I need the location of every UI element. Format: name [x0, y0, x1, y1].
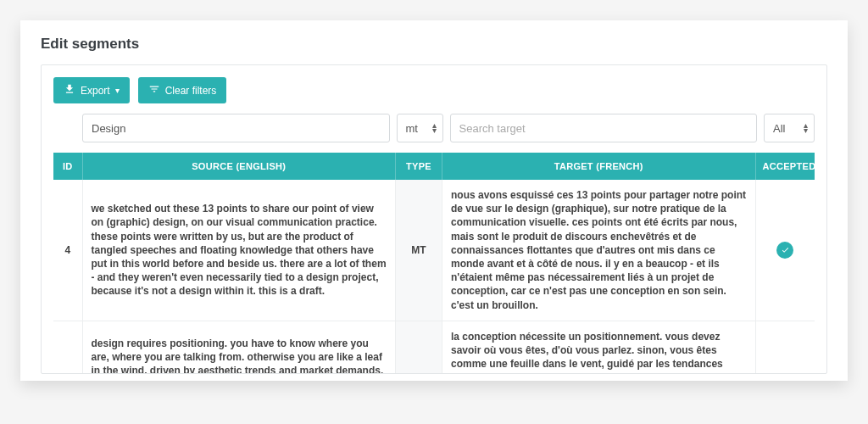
segments-table: ID SOURCE (ENGLISH) TYPE TARGET (FRENCH)… — [53, 153, 815, 373]
filter-row: mt ▴▾ All ▴▾ — [53, 114, 815, 142]
clear-filters-label: Clear filters — [165, 85, 217, 97]
col-header-id[interactable]: ID — [53, 153, 82, 180]
cell-accepted — [755, 321, 815, 373]
export-icon — [64, 83, 75, 98]
clear-filters-button[interactable]: Clear filters — [138, 77, 227, 103]
accepted-filter-select[interactable]: All — [764, 114, 815, 142]
accepted-filter-wrap: All ▴▾ — [764, 114, 815, 142]
cell-id: 5 — [53, 321, 82, 373]
export-button-label: Export — [81, 85, 110, 97]
col-header-type[interactable]: TYPE — [396, 153, 442, 180]
cell-accepted — [755, 180, 815, 321]
cell-source[interactable]: design requires positioning. you have to… — [82, 321, 396, 373]
type-filter-select[interactable]: mt — [397, 114, 443, 142]
col-header-target[interactable]: TARGET (FRENCH) — [442, 153, 756, 180]
table-row[interactable]: 5design requires positioning. you have t… — [53, 321, 815, 373]
table-scroll[interactable]: ID SOURCE (ENGLISH) TYPE TARGET (FRENCH)… — [53, 153, 820, 373]
cell-target[interactable]: la conception nécessite un positionnemen… — [442, 321, 756, 373]
table-row[interactable]: 4we sketched out these 13 points to shar… — [53, 180, 815, 321]
export-button[interactable]: Export ▾ — [53, 77, 130, 103]
cell-id: 4 — [53, 180, 82, 321]
cell-source[interactable]: we sketched out these 13 points to share… — [82, 180, 396, 321]
type-filter-wrap: mt ▴▾ — [397, 114, 443, 142]
filter-clear-icon — [148, 83, 160, 98]
page-container: Edit segments Export ▾ Clear filters — [20, 20, 848, 381]
table-header-row: ID SOURCE (ENGLISH) TYPE TARGET (FRENCH)… — [53, 153, 815, 180]
cell-type: MT — [396, 321, 442, 373]
cell-type: MT — [396, 180, 442, 321]
toolbar: Export ▾ Clear filters — [53, 77, 815, 103]
accepted-check-icon[interactable] — [776, 242, 793, 259]
segments-card: Export ▾ Clear filters mt ▴▾ All — [41, 64, 827, 374]
cell-target[interactable]: nous avons esquissé ces 13 points pour p… — [442, 180, 756, 321]
search-target-input[interactable] — [450, 114, 758, 142]
col-header-source[interactable]: SOURCE (ENGLISH) — [82, 153, 396, 180]
col-header-accepted[interactable]: ACCEPTED — [755, 153, 815, 180]
chevron-down-icon: ▾ — [115, 86, 120, 95]
page-title: Edit segments — [41, 36, 827, 53]
search-source-input[interactable] — [82, 114, 390, 142]
